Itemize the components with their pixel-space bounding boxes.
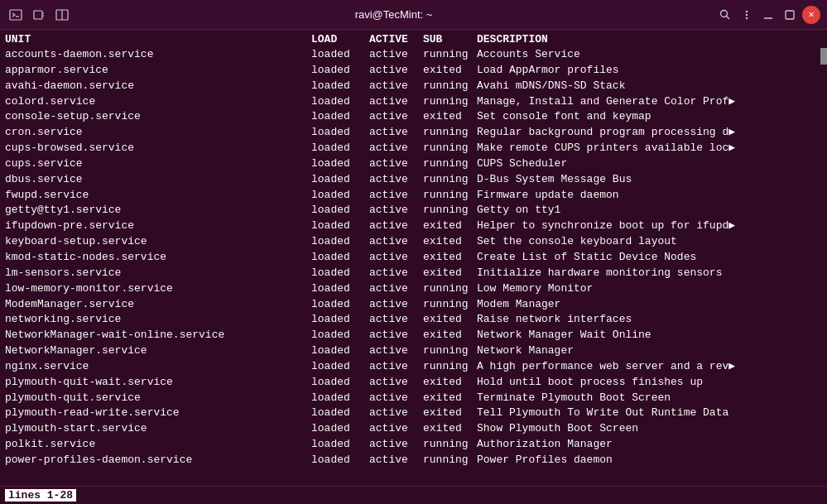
cell-active: active [369, 375, 423, 391]
cell-unit: cups-browsed.service [5, 141, 311, 156]
cell-desc: Helper to synchronize boot up for ifupd▶ [477, 218, 822, 234]
terminal-content: UNIT LOAD ACTIVE SUB DESCRIPTION account… [0, 30, 827, 486]
table-body: accounts-daemon.serviceloadedactiverunni… [5, 47, 822, 468]
cell-desc: Avahi mDNS/DNS-SD Stack [477, 79, 822, 94]
cell-desc: Network Manager [477, 343, 822, 359]
new-tab-icon[interactable] [30, 6, 48, 24]
svg-line-8 [727, 16, 730, 19]
cell-desc: Firmware update daemon [477, 188, 822, 204]
cell-active: active [369, 94, 423, 110]
cell-desc: A high performance web server and a rev▶ [477, 359, 822, 375]
split-icon[interactable] [53, 6, 71, 24]
cell-active: active [369, 343, 423, 359]
cell-active: active [369, 359, 423, 375]
cell-load: loaded [311, 218, 369, 234]
cell-sub: exited [423, 250, 477, 266]
cell-unit: getty@tty1.service [5, 203, 311, 218]
table-row: avahi-daemon.serviceloadedactiverunningA… [5, 79, 822, 94]
cell-sub: running [423, 437, 477, 453]
table-row: kmod-static-nodes.serviceloadedactiveexi… [5, 250, 822, 266]
table-row: plymouth-start.serviceloadedactiveexited… [5, 421, 822, 437]
minimize-icon[interactable] [759, 6, 777, 24]
cell-desc: Low Memory Monitor [477, 281, 822, 297]
cell-sub: exited [423, 421, 477, 437]
header-load: LOAD [311, 33, 369, 46]
cell-load: loaded [311, 234, 369, 250]
cell-active: active [369, 437, 423, 453]
cell-load: loaded [311, 281, 369, 297]
table-row: polkit.serviceloadedactiverunningAuthori… [5, 437, 822, 453]
cell-desc: Manage, Install and Generate Color Prof▶ [477, 94, 822, 110]
cell-unit: cups.service [5, 156, 311, 172]
cell-sub: running [423, 125, 477, 141]
cell-load: loaded [311, 328, 369, 343]
cell-sub: running [423, 188, 477, 204]
cell-sub: running [423, 94, 477, 110]
cell-unit: kmod-static-nodes.service [5, 250, 311, 266]
scrollbar[interactable] [820, 48, 827, 65]
cell-sub: exited [423, 234, 477, 250]
cell-active: active [369, 328, 423, 343]
table-row: cups-browsed.serviceloadedactiverunningM… [5, 141, 822, 156]
cell-active: active [369, 406, 423, 421]
table-row: cron.serviceloadedactiverunningRegular b… [5, 125, 822, 141]
table-row: keyboard-setup.serviceloadedactiveexited… [5, 234, 822, 250]
terminal-window: ravi@TecMint: ~ [0, 0, 827, 504]
close-button[interactable]: ✕ [802, 6, 820, 24]
cell-load: loaded [311, 391, 369, 406]
cell-unit: plymouth-start.service [5, 421, 311, 437]
cell-load: loaded [311, 94, 369, 110]
cell-unit: polkit.service [5, 437, 311, 453]
header-active: ACTIVE [369, 33, 423, 46]
table-row: apparmor.serviceloadedactiveexitedLoad A… [5, 63, 822, 79]
cell-sub: running [423, 343, 477, 359]
table-row: NetworkManager-wait-online.serviceloaded… [5, 328, 822, 343]
cell-load: loaded [311, 109, 369, 125]
cell-desc: Load AppArmor profiles [477, 63, 822, 79]
cell-active: active [369, 47, 423, 63]
cell-load: loaded [311, 172, 369, 188]
header-sub: SUB [423, 33, 477, 46]
search-icon[interactable] [716, 6, 734, 24]
cell-desc: Raise network interfaces [477, 312, 822, 328]
cell-active: active [369, 281, 423, 297]
terminal-icon[interactable] [7, 6, 25, 24]
cell-desc: CUPS Scheduler [477, 156, 822, 172]
cell-unit: plymouth-read-write.service [5, 406, 311, 421]
cell-sub: running [423, 172, 477, 188]
cell-sub: running [423, 453, 477, 468]
cell-unit: keyboard-setup.service [5, 234, 311, 250]
cell-sub: exited [423, 63, 477, 79]
cell-unit: low-memory-monitor.service [5, 281, 311, 297]
svg-point-11 [746, 17, 748, 18]
cell-active: active [369, 63, 423, 79]
cell-load: loaded [311, 250, 369, 266]
cell-active: active [369, 234, 423, 250]
cell-active: active [369, 125, 423, 141]
cell-load: loaded [311, 47, 369, 63]
maximize-icon[interactable] [781, 6, 799, 24]
cell-desc: Network Manager Wait Online [477, 328, 822, 343]
cell-desc: Make remote CUPS printers available loc▶ [477, 141, 822, 156]
cell-load: loaded [311, 437, 369, 453]
cell-unit: networking.service [5, 312, 311, 328]
cell-load: loaded [311, 63, 369, 79]
menu-icon[interactable] [738, 6, 756, 24]
svg-point-10 [746, 13, 748, 15]
cell-load: loaded [311, 406, 369, 421]
cell-unit: fwupd.service [5, 188, 311, 204]
cell-active: active [369, 250, 423, 266]
cell-load: loaded [311, 203, 369, 218]
cell-active: active [369, 188, 423, 204]
table-row: networking.serviceloadedactiveexitedRais… [5, 312, 822, 328]
cell-desc: Accounts Service [477, 47, 822, 63]
cell-sub: running [423, 79, 477, 94]
cell-active: active [369, 141, 423, 156]
cell-active: active [369, 421, 423, 437]
cell-sub: exited [423, 375, 477, 391]
cell-unit: apparmor.service [5, 63, 311, 79]
cell-active: active [369, 312, 423, 328]
table-row: console-setup.serviceloadedactiveexitedS… [5, 109, 822, 125]
svg-point-9 [746, 10, 748, 12]
cell-sub: running [423, 47, 477, 63]
